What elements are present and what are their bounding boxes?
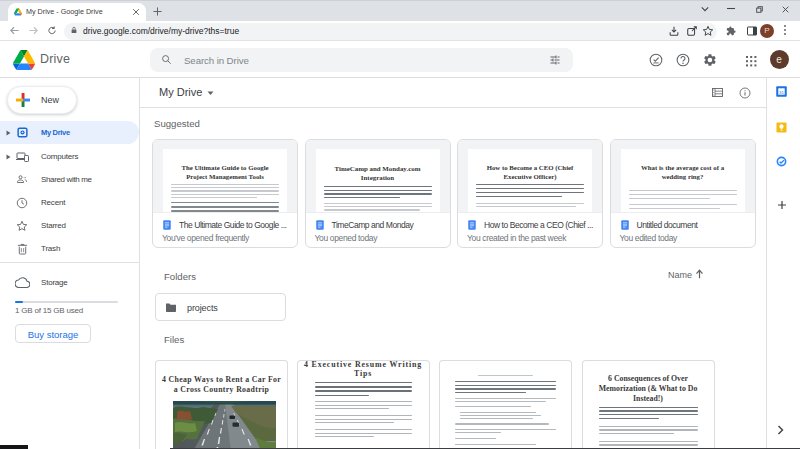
svg-text:31: 31 bbox=[779, 90, 784, 95]
